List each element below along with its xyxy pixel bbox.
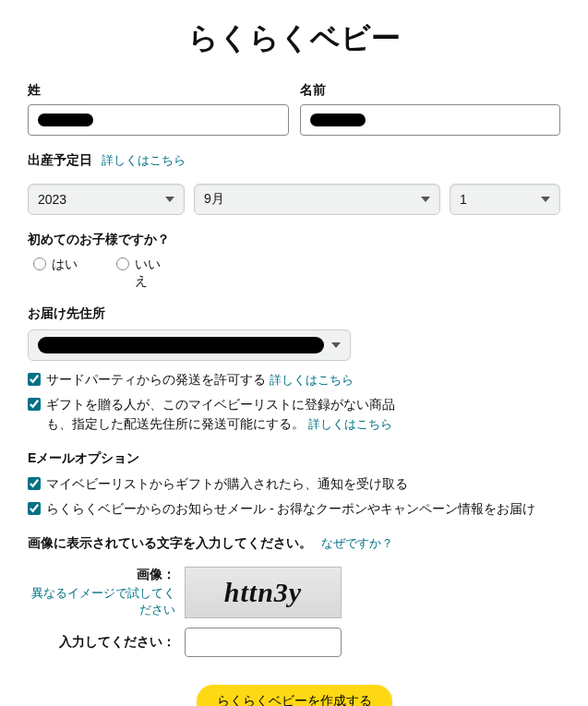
third-party-link[interactable]: 詳しくはこちら [270,373,354,387]
captcha-image-label: 画像： [28,567,175,583]
captcha-image: httn3y [185,567,342,618]
address-select[interactable] [28,329,351,361]
chevron-down-icon [421,197,430,202]
captcha-input-label: 入力してください： [28,634,185,651]
chevron-down-icon [331,342,341,348]
address-label: お届け先住所 [28,305,560,322]
last-name-input[interactable] [28,104,289,136]
month-value: 9月 [204,191,224,208]
captcha-refresh-link[interactable]: 異なるイメージで試してください [31,586,175,616]
third-party-text: サードパーティからの発送を許可する [46,372,266,387]
first-name-input[interactable] [300,104,561,136]
radio-yes[interactable]: はい [33,256,79,289]
captcha-input[interactable] [185,628,342,657]
third-party-checkbox[interactable] [28,373,41,386]
day-value: 1 [460,192,467,207]
captcha-why-link[interactable]: なぜですか？ [321,535,393,552]
radio-icon [33,257,46,270]
gift-ship-link[interactable]: 詳しくはこちら [308,417,392,431]
radio-no[interactable]: いいえ [116,256,162,289]
radio-no-label: いいえ [135,256,162,289]
email-options-label: Eメールオプション [28,450,560,467]
notify-purchase-checkbox[interactable] [28,477,41,490]
first-child-label: 初めてのお子様ですか？ [28,232,560,248]
year-value: 2023 [38,192,66,207]
radio-yes-label: はい [52,256,79,272]
gift-ship-checkbox[interactable] [28,398,41,411]
month-select[interactable]: 9月 [194,184,440,215]
due-date-more-link[interactable]: 詳しくはこちら [102,152,186,169]
page-title: らくらくベビー [28,18,560,59]
notify-purchase-text: マイベビーリストからギフトが購入されたら、通知を受け取る [46,474,560,494]
captcha-prompt: 画像に表示されている文字を入力してください。 [28,535,312,552]
last-name-label: 姓 [28,82,289,99]
year-select[interactable]: 2023 [28,184,185,215]
due-date-label: 出産予定日 [28,152,92,169]
newsletter-text: らくらくベビーからのお知らせメール - お得なクーポンやキャンペーン情報をお届け [46,499,560,519]
day-select[interactable]: 1 [450,184,560,215]
newsletter-checkbox[interactable] [28,502,41,515]
submit-button[interactable]: らくらくベビーを作成する [197,685,392,706]
radio-icon [116,257,129,270]
chevron-down-icon [165,197,174,202]
chevron-down-icon [541,197,550,202]
first-name-label: 名前 [300,82,561,99]
